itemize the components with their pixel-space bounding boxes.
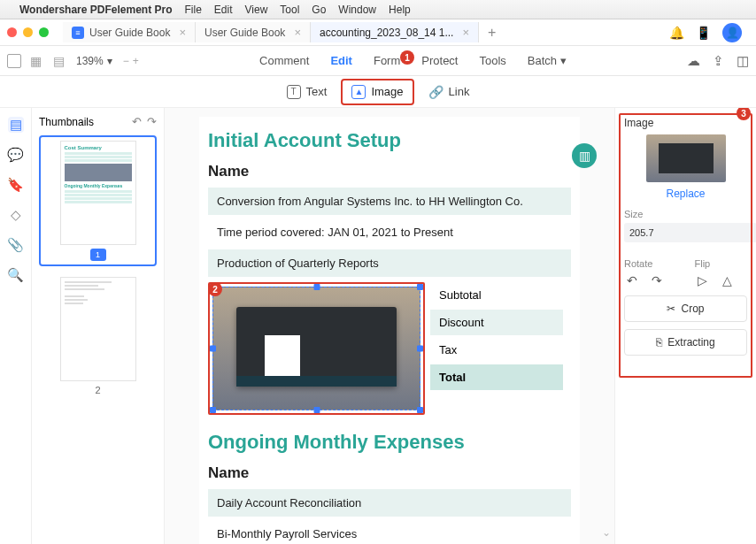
menu-tool[interactable]: Tool [280,4,299,16]
table-row[interactable]: Daily Account Reconciliation [208,489,571,517]
close-window-icon[interactable] [7,27,17,37]
minimize-window-icon[interactable] [23,27,33,37]
crop-button[interactable]: ✂ Crop [624,295,747,322]
search-rail-icon[interactable]: 🔍 [8,267,24,283]
menu-window[interactable]: Window [338,4,376,16]
menu-go[interactable]: Go [312,4,326,16]
close-tab-icon[interactable]: × [179,26,186,39]
summary-tax[interactable]: Tax [430,337,563,364]
replace-link[interactable]: Replace [624,188,747,200]
sidebar-toggle-icon[interactable] [7,54,21,68]
layers-rail-icon[interactable]: ◇ [8,207,24,223]
tab-user-guide-1[interactable]: ≡ User Guide Book × [63,22,196,42]
tab-tools[interactable]: Tools [479,54,505,67]
extract-icon: ⎘ [656,336,662,349]
table-row[interactable]: Conversion from Angular Systems Inc. to … [208,188,571,215]
thumbnails-title: Thumbnails [39,116,94,128]
tab-batch[interactable]: Batch ▾ [528,54,567,67]
panel-toggle-icon[interactable]: ◫ [737,53,749,69]
thumbnail-page-1[interactable]: Cost Summary Ongoing Monthly Expenses 1 [39,135,157,266]
text-icon: T [287,85,301,99]
tab-edit[interactable]: Edit [330,54,352,67]
grid-view-icon[interactable]: ▦ [30,54,44,68]
zoom-control[interactable]: 139% ▾ − + [76,55,139,67]
attachments-rail-icon[interactable]: 📎 [8,237,24,253]
summary-column: Subtotal Discount Tax Total [430,282,563,392]
summary-subtotal[interactable]: Subtotal [430,282,563,310]
panel-title: Image [624,117,747,129]
rotate-right-icon[interactable]: ↷ [649,272,665,288]
resize-handle[interactable] [313,284,320,290]
tab-label: User Guide Book [89,27,170,39]
edit-image-button[interactable]: ▲ Image [341,79,413,105]
tab-form[interactable]: Form 1 [374,54,400,67]
tab-comment[interactable]: Comment [259,54,309,67]
document-canvas[interactable]: ▥ Initial Account Setup Name Conversion … [165,108,614,544]
edit-text-button[interactable]: T Text [278,80,336,103]
document-tabs: ≡ User Guide Book × User Guide Book × ac… [63,21,664,44]
tab-accounting[interactable]: accounting_2023_08_14 1... × [311,22,479,42]
zoom-in-icon[interactable]: + [133,55,139,67]
selected-image[interactable] [212,287,420,410]
zoom-out-icon[interactable]: − [123,55,129,67]
menu-help[interactable]: Help [389,4,411,16]
scroll-down-icon[interactable]: ⌄ [602,526,611,539]
edit-text-label: Text [306,85,328,98]
rotate-left-icon[interactable]: ↶ [132,115,142,128]
doc-icon: ≡ [72,27,84,39]
flip-horizontal-icon[interactable]: ▷ [695,272,711,288]
left-rail: ▤ 💬 🔖 ◇ 📎 🔍 [0,108,32,544]
width-input[interactable] [624,223,756,242]
image-properties-panel: 3 Image Replace Size W ⇅ H Rotate [614,108,756,544]
edit-link-button[interactable]: 🔗 Link [420,80,479,103]
editor-body: ▤ 💬 🔖 ◇ 📎 🔍 Thumbnails ↶ ↷ Cost Summary [0,108,756,544]
table-row[interactable]: Bi-Monthly Payroll Services [208,520,571,544]
mobile-icon[interactable]: 📱 [696,26,710,40]
rotate-left-icon[interactable]: ↶ [624,272,640,288]
extract-button[interactable]: ⎘ Extracting [624,329,747,356]
flip-vertical-icon[interactable]: △ [720,272,736,288]
menu-view[interactable]: View [245,4,268,16]
bell-icon[interactable]: 🔔 [669,26,683,40]
table-row[interactable]: Time period covered: JAN 01, 2021 to Pre… [208,218,571,246]
page-preview [60,277,136,381]
traffic-lights [7,27,49,37]
thumbnail-page-2[interactable]: 2 [39,272,157,401]
chart-fab-icon[interactable]: ▥ [572,143,597,168]
list-view-icon[interactable]: ▤ [53,54,67,68]
view-controls: ▦ ▤ 139% ▾ − + [7,54,139,68]
menu-file[interactable]: File [185,4,202,16]
rotate-right-icon[interactable]: ↷ [147,115,157,128]
avatar[interactable]: 👤 [722,23,742,42]
link-icon: 🔗 [428,85,444,99]
tab-protect[interactable]: Protect [421,54,458,67]
resize-handle[interactable] [210,346,216,352]
new-tab-button[interactable]: + [479,21,505,44]
rotate-label: Rotate [624,258,677,269]
mac-menubar: Wondershare PDFelement Pro File Edit Vie… [0,0,756,19]
thumbnails-rail-icon[interactable]: ▤ [8,117,24,133]
section-name: Name [208,163,571,180]
close-tab-icon[interactable]: × [294,26,301,39]
resize-handle[interactable] [210,407,216,413]
share-icon[interactable]: ⇪ [713,53,724,69]
summary-discount[interactable]: Discount [430,310,563,337]
page-number-label: 2 [44,385,151,395]
app-name[interactable]: Wondershare PDFelement Pro [19,4,173,16]
resize-handle[interactable] [417,407,423,413]
right-tools: ☁ ⇪ ◫ [687,53,749,69]
resize-handle[interactable] [417,284,423,290]
callout-1: 1 [400,50,414,65]
menu-edit[interactable]: Edit [214,4,233,16]
bookmarks-rail-icon[interactable]: 🔖 [8,177,24,193]
tab-user-guide-2[interactable]: User Guide Book × [196,22,311,42]
zoom-window-icon[interactable] [39,27,49,37]
cloud-icon[interactable]: ☁ [687,53,700,69]
comments-rail-icon[interactable]: 💬 [8,147,24,163]
table-row[interactable]: Production of Quarterly Reports [208,249,571,277]
close-tab-icon[interactable]: × [462,26,469,39]
crop-label: Crop [681,303,704,315]
resize-handle[interactable] [417,346,423,352]
summary-total[interactable]: Total [430,364,563,392]
resize-handle[interactable] [313,407,320,413]
